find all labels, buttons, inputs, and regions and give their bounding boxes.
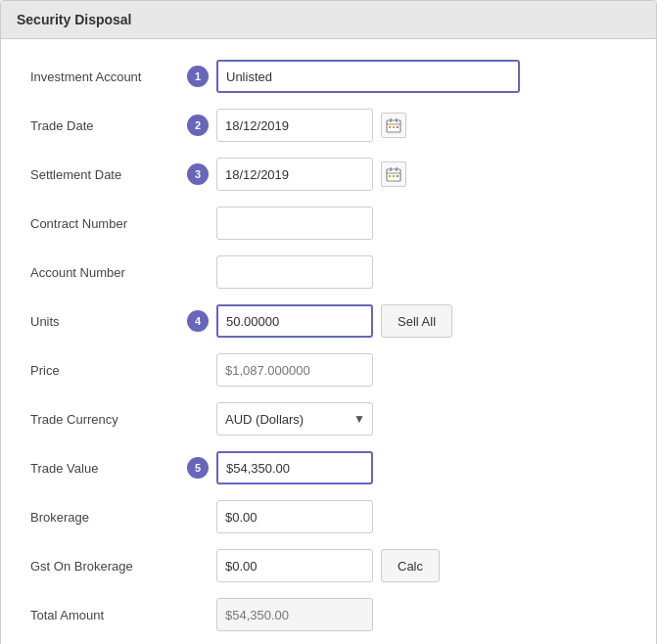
units-input-col: 4 Sell All: [187, 304, 627, 338]
gst-brokerage-input[interactable]: [216, 549, 373, 582]
svg-rect-12: [393, 175, 395, 177]
trade-currency-input-col: AUD (Dollars) USD (Dollars) EUR (Euros) …: [187, 402, 627, 436]
investment-account-input[interactable]: [216, 60, 520, 93]
trade-currency-select-wrapper: AUD (Dollars) USD (Dollars) EUR (Euros) …: [216, 402, 373, 436]
trade-value-row: Trade Value 5: [30, 450, 627, 485]
units-label: Units: [30, 314, 187, 329]
trade-date-calendar-icon[interactable]: [381, 113, 406, 138]
brokerage-row: Brokerage: [30, 499, 627, 534]
window-title: Security Disposal: [17, 12, 132, 27]
price-input-col: [187, 353, 627, 387]
settlement-date-input[interactable]: [216, 158, 373, 191]
step-badge-3-visible: 3: [187, 163, 209, 185]
settlement-date-input-col: 3: [187, 158, 627, 191]
settlement-date-label: Settlement Date: [30, 167, 187, 182]
trade-currency-row: Trade Currency AUD (Dollars) USD (Dollar…: [30, 401, 627, 437]
step-badge-2: 2: [187, 115, 209, 136]
trade-date-input[interactable]: [216, 109, 373, 142]
contract-number-input[interactable]: [216, 207, 373, 240]
trade-date-row: Trade Date 2: [30, 108, 627, 143]
units-input[interactable]: [216, 304, 373, 338]
units-row: Units 4 Sell All: [30, 303, 627, 339]
price-label: Price: [30, 363, 187, 378]
price-row: Price: [30, 352, 627, 388]
investment-account-row: Investment Account 1: [30, 59, 627, 94]
svg-rect-4: [389, 126, 391, 128]
contract-number-label: Contract Number: [30, 216, 187, 231]
gst-brokerage-label: Gst On Brokerage: [30, 559, 187, 574]
trade-value-input[interactable]: [216, 451, 373, 484]
contract-number-row: Contract Number: [30, 206, 627, 241]
trade-value-input-col: 5: [187, 451, 627, 484]
total-amount-input: [216, 598, 373, 631]
svg-rect-5: [393, 126, 395, 128]
investment-account-label: Investment Account: [30, 69, 187, 84]
total-amount-row: Total Amount: [30, 597, 627, 632]
brokerage-label: Brokerage: [30, 510, 187, 525]
gst-brokerage-row: Gst On Brokerage Calc: [30, 548, 627, 583]
brokerage-input-col: [187, 500, 627, 533]
account-number-row: Account Number: [30, 254, 627, 290]
calc-button[interactable]: Calc: [381, 549, 440, 582]
gst-brokerage-input-col: Calc: [187, 549, 627, 582]
account-number-input[interactable]: [216, 255, 373, 289]
settlement-date-calendar-icon[interactable]: [381, 161, 406, 187]
svg-rect-13: [397, 175, 399, 177]
total-amount-label: Total Amount: [30, 608, 187, 622]
investment-account-input-col: 1: [187, 60, 627, 93]
trade-date-label: Trade Date: [30, 118, 187, 133]
settlement-date-row: Settlement Date 3: [30, 157, 627, 192]
trade-value-label: Trade Value: [30, 461, 187, 476]
account-number-label: Account Number: [30, 265, 187, 280]
trade-currency-label: Trade Currency: [30, 412, 187, 427]
sell-all-button[interactable]: Sell All: [381, 304, 452, 338]
step-badge-4: 4: [187, 310, 209, 332]
form-body: Investment Account 1 Trade Date 2: [1, 39, 656, 644]
account-number-input-col: [187, 255, 627, 289]
step-badge-1: 1: [187, 66, 209, 87]
title-bar: Security Disposal: [1, 1, 656, 39]
price-input[interactable]: [216, 353, 373, 387]
svg-rect-11: [389, 175, 391, 177]
brokerage-input[interactable]: [216, 500, 373, 533]
trade-currency-select[interactable]: AUD (Dollars) USD (Dollars) EUR (Euros) …: [216, 402, 373, 436]
trade-date-input-col: 2: [187, 109, 627, 142]
total-amount-input-col: [187, 598, 627, 631]
window: Security Disposal Investment Account 1 T…: [0, 0, 657, 644]
step-badge-5: 5: [187, 457, 209, 479]
contract-number-input-col: [187, 207, 627, 240]
svg-rect-6: [397, 126, 399, 128]
